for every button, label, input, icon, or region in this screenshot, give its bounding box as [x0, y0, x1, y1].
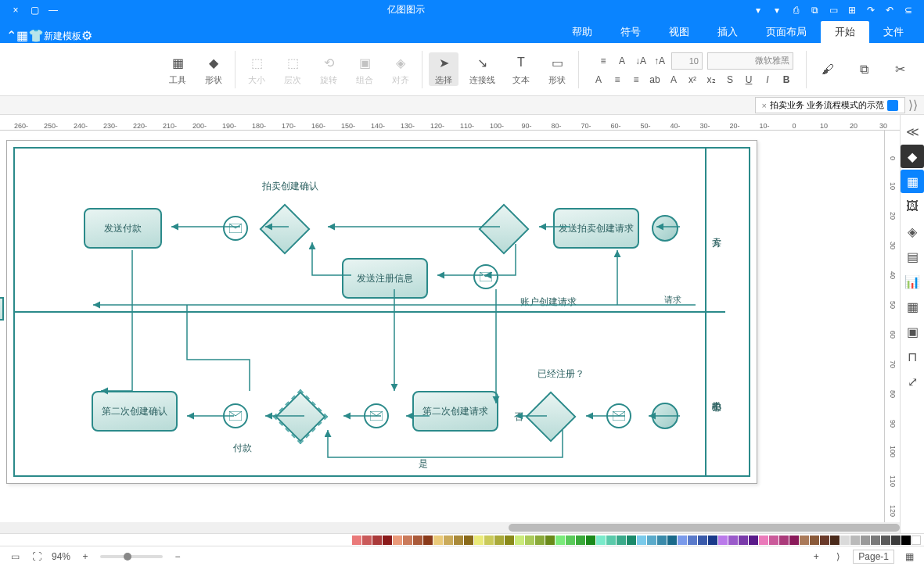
- tab-symbol[interactable]: 符号: [606, 21, 655, 43]
- grid-icon[interactable]: ▦: [16, 28, 28, 43]
- zoom-slider[interactable]: [100, 555, 163, 558]
- align-tool: ◈对齐: [386, 52, 415, 86]
- sup[interactable]: x²: [685, 73, 699, 87]
- msg-event-3[interactable]: [606, 403, 631, 428]
- tab-file[interactable]: 文件: [869, 21, 918, 43]
- select-tool[interactable]: ➤选择: [429, 52, 458, 86]
- tool-icon[interactable]: ⚙: [81, 28, 92, 43]
- font-name[interactable]: [707, 52, 793, 70]
- shirt-icon[interactable]: 👕: [28, 28, 44, 43]
- sn-frame[interactable]: ⊓: [901, 345, 924, 368]
- task-payment[interactable]: 发送付款: [84, 208, 162, 249]
- spacing[interactable]: ≡: [610, 73, 624, 87]
- minimize-icon[interactable]: —: [45, 2, 61, 18]
- color-palette[interactable]: [0, 533, 924, 546]
- font-color[interactable]: A: [667, 73, 681, 87]
- gateway-2[interactable]: [259, 203, 310, 254]
- align-menu[interactable]: ≡: [596, 54, 610, 68]
- redo-icon[interactable]: ↷: [863, 2, 879, 18]
- page[interactable]: 卖方 发送拍卖创建请求 拍卖创建确认 发送付款 发送注册信息 账户创建请求: [6, 140, 757, 484]
- tools-tool[interactable]: ▦工具: [163, 52, 192, 86]
- tab-view[interactable]: 视图: [655, 21, 703, 43]
- doc-request[interactable]: [0, 289, 4, 321]
- document-tab[interactable]: 拍卖业务 业务流程模式的示范 ×: [755, 97, 906, 113]
- gateway-1[interactable]: [478, 203, 529, 254]
- strike[interactable]: S: [723, 73, 737, 87]
- sn-library[interactable]: ▦: [901, 170, 924, 193]
- chevron-icon[interactable]: ⌃: [6, 28, 16, 43]
- italic[interactable]: I: [760, 73, 775, 87]
- format-painter[interactable]: 🖌: [813, 59, 843, 80]
- tab-insert[interactable]: 插入: [703, 21, 752, 43]
- logo-icon: ⊇: [901, 2, 916, 18]
- msg-event-4[interactable]: [364, 403, 389, 428]
- zoom-in-icon[interactable]: +: [78, 550, 92, 564]
- fullscreen-icon[interactable]: ▭: [8, 550, 22, 564]
- gateway-registered[interactable]: [525, 391, 576, 442]
- msg-event-1[interactable]: [223, 216, 248, 241]
- add-icon[interactable]: ⊞: [844, 2, 860, 18]
- task-second-confirm[interactable]: 第二次创建确认: [92, 391, 178, 432]
- label-yes: 是: [419, 457, 428, 471]
- sn-grid[interactable]: ▣: [901, 320, 924, 343]
- gateway-selected[interactable]: [275, 391, 325, 442]
- doc-name: 拍卖业务 业务流程模式的示范: [770, 99, 884, 111]
- sn-chart[interactable]: 📊: [901, 270, 924, 293]
- zoom-out-icon[interactable]: −: [171, 550, 185, 564]
- highlight[interactable]: ab: [648, 73, 662, 87]
- save-icon[interactable]: ▾: [769, 2, 785, 18]
- sn-table[interactable]: ▦: [901, 295, 924, 318]
- label-account: 账户创建请求: [520, 296, 577, 309]
- msg-event-2[interactable]: [473, 264, 498, 289]
- horizontal-scrollbar[interactable]: [0, 522, 900, 533]
- bullets[interactable]: ≡: [629, 73, 643, 87]
- undo-icon[interactable]: ↶: [882, 2, 897, 18]
- task-second-request[interactable]: 第二次创建请求: [412, 391, 498, 432]
- fit-icon[interactable]: ⛶: [30, 550, 44, 564]
- sn-expand[interactable]: ≫: [901, 120, 924, 143]
- canvas[interactable]: 卖方 发送拍卖创建请求 拍卖创建确认 发送付款 发送注册信息 账户创建请求: [0, 131, 884, 522]
- doc-close-icon[interactable]: ×: [762, 101, 767, 110]
- style-tool[interactable]: ◆形状: [199, 52, 228, 86]
- text-dir[interactable]: A: [591, 73, 606, 87]
- task-create-request[interactable]: 发送拍卖创建请求: [553, 208, 639, 249]
- underline[interactable]: U: [742, 73, 756, 87]
- page-add-icon[interactable]: +: [809, 550, 823, 564]
- msg-event-5[interactable]: [223, 403, 248, 428]
- task-reginfo[interactable]: 发送注册信息: [342, 258, 428, 299]
- tab-layout[interactable]: 页面布局: [752, 21, 821, 43]
- cut-button[interactable]: ✂: [885, 59, 915, 80]
- font-shrink[interactable]: A↓: [634, 54, 648, 68]
- font-clear[interactable]: A: [615, 54, 629, 68]
- sn-layers[interactable]: ◈: [901, 220, 924, 243]
- text-tool[interactable]: T文本: [506, 52, 536, 86]
- font-size[interactable]: [671, 52, 703, 70]
- tab-help[interactable]: 帮助: [558, 21, 606, 43]
- page-indicator[interactable]: Page-1: [853, 550, 894, 564]
- bold[interactable]: B: [779, 73, 793, 87]
- sn-image[interactable]: 🖼: [901, 195, 924, 218]
- font-grow[interactable]: A↑: [653, 54, 667, 68]
- tab-start[interactable]: 开始: [821, 21, 869, 43]
- maximize-icon[interactable]: ▢: [27, 2, 42, 18]
- sub[interactable]: x₂: [704, 73, 718, 87]
- rotate-tool: ⟲旋转: [314, 52, 343, 86]
- sn-expand2[interactable]: ⤢: [901, 370, 924, 393]
- page-layout-icon[interactable]: ▦: [902, 550, 916, 564]
- window-icon[interactable]: ▭: [825, 2, 841, 18]
- export-icon[interactable]: ▾: [750, 2, 766, 18]
- start-event-2[interactable]: [652, 403, 678, 429]
- printer-icon[interactable]: ⎙: [788, 2, 804, 18]
- copy-icon[interactable]: ⧉: [807, 2, 822, 18]
- sn-shape[interactable]: ◆: [901, 145, 924, 168]
- new-template-label[interactable]: 新建模板: [44, 30, 81, 43]
- connector-tool[interactable]: ↘连接线: [465, 52, 500, 86]
- start-event[interactable]: [652, 215, 678, 242]
- copy-button[interactable]: ⧉: [849, 59, 879, 80]
- doctab-expand-icon[interactable]: ⟨⟨: [908, 98, 918, 113]
- close-icon[interactable]: ×: [8, 2, 23, 18]
- app-title: 亿图图示: [63, 3, 749, 16]
- sn-page[interactable]: ▤: [901, 245, 924, 268]
- shape-tool[interactable]: ▭形状: [542, 52, 572, 86]
- page-next-icon[interactable]: ⟨: [831, 550, 845, 564]
